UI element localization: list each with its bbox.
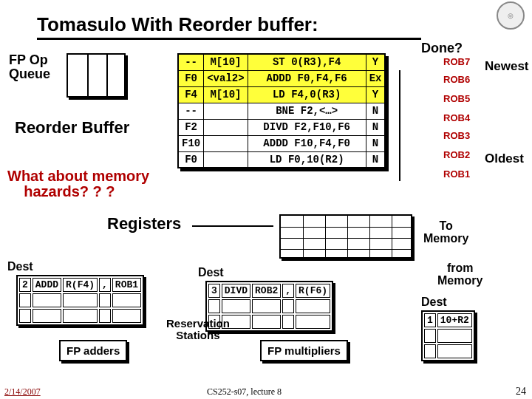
reorder-buffer-table: --M[10]ST 0(R3),F4Y F0<val2>ADDD F0,F4,F… bbox=[177, 53, 386, 168]
rob-tag-1: ROB1 bbox=[443, 168, 470, 180]
rob-tag-2: ROB2 bbox=[443, 149, 470, 160]
university-seal-icon: ◎ bbox=[497, 1, 525, 30]
footer-page-number: 24 bbox=[516, 386, 526, 398]
registers-label: Registers bbox=[107, 214, 181, 233]
fp-op-queue-box bbox=[66, 53, 126, 98]
footer-date: 2/14/2007 bbox=[4, 386, 41, 398]
reorder-buffer-label: Reorder Buffer bbox=[15, 118, 129, 137]
rob-tag-7: ROB7 bbox=[443, 56, 470, 67]
arrow-line bbox=[192, 225, 273, 227]
fp-adders-box: FP adders bbox=[59, 340, 127, 361]
to-memory-label: To Memory bbox=[423, 220, 468, 245]
from-memory-label: from Memory bbox=[437, 262, 482, 287]
done-header: Done? bbox=[421, 41, 463, 56]
reservation-stations-label: Reservation Stations bbox=[166, 318, 230, 341]
oldest-label: Oldest bbox=[485, 151, 524, 166]
rob-tag-3: ROB3 bbox=[443, 130, 470, 141]
arrow-line bbox=[399, 70, 400, 181]
fp-multipliers-box: FP multipliers bbox=[260, 340, 348, 361]
fp-op-queue-label: FP Op Queue bbox=[9, 53, 50, 81]
registers-box bbox=[279, 214, 412, 259]
slide-title: Tomasulo With Reorder buffer: bbox=[37, 13, 421, 40]
newest-label: Newest bbox=[485, 59, 529, 74]
dest-label-right: Dest bbox=[421, 296, 447, 309]
dest-label-left: Dest bbox=[7, 260, 33, 273]
rob-tag-5: ROB5 bbox=[443, 93, 470, 104]
rs-load: 110+R2 bbox=[421, 310, 475, 361]
footer-lecture: CS252-s07, lecture 8 bbox=[207, 386, 282, 398]
rs-adder: 2ADDDR(F4),ROB1 bbox=[16, 275, 144, 326]
dest-label-mid: Dest bbox=[198, 266, 224, 279]
rob-tag-6: ROB6 bbox=[443, 74, 470, 85]
rob-tag-4: ROB4 bbox=[443, 112, 470, 123]
memory-hazards-question: What about memory hazards? ? ? bbox=[7, 168, 149, 200]
